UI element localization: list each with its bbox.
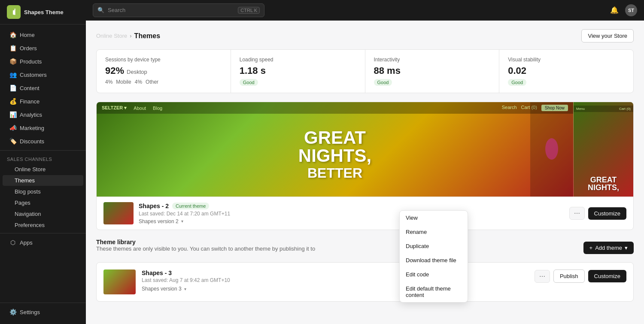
library-theme-thumb [103, 269, 136, 294]
library-section-title-group: Theme library These themes are only visi… [96, 239, 315, 257]
more-actions-button[interactable]: ⋯ [569, 207, 585, 220]
sidebar-item-content[interactable]: 📄 Content [3, 82, 83, 94]
bell-icon: 🔔 [610, 6, 619, 14]
search-bar[interactable]: 🔍 CTRL K [93, 3, 264, 17]
context-menu-edit-code[interactable]: Edit code [400, 267, 468, 282]
stability-badge: Good [508, 79, 526, 86]
sidebar-item-online-store[interactable]: Online Store [3, 164, 83, 175]
divider-3 [0, 303, 86, 303]
context-menu-view[interactable]: View [400, 211, 468, 225]
customize-button[interactable]: Customize [588, 207, 626, 220]
store-name-label: Shapes Theme [24, 9, 64, 15]
sessions-value: 92% Desktop [105, 65, 222, 76]
sidebar-item-navigation-label: Navigation [15, 211, 41, 217]
breadcrumb: Online Store › Themes [96, 32, 160, 40]
products-icon: 📦 [9, 58, 16, 65]
sidebar-item-pages-label: Pages [15, 200, 30, 206]
view-store-button[interactable]: View your Store [581, 29, 634, 42]
sidebar-item-analytics-label: Analytics [20, 112, 42, 118]
view-store-label: View your Store [588, 33, 627, 39]
current-theme-badge: Current theme [172, 203, 209, 209]
stability-sub: Good [508, 79, 625, 86]
library-theme-version: Shapes version 3 [142, 286, 182, 292]
topbar: 🔍 CTRL K 🔔 ST [86, 0, 644, 21]
sidebar-item-pages[interactable]: Pages [3, 197, 83, 208]
library-section: Theme library These themes are only visi… [96, 239, 634, 302]
sidebar-item-finance[interactable]: 💰 Finance [3, 95, 83, 108]
bell-icon-button[interactable]: 🔔 [608, 4, 621, 17]
sidebar-item-orders[interactable]: 📋 Orders [3, 42, 83, 55]
avatar-initials: ST [628, 8, 634, 13]
sidebar-item-content-label: Content [20, 85, 39, 91]
sidebar-item-apps[interactable]: ⬡ Apps [3, 236, 83, 249]
divider-1 [0, 150, 86, 151]
sidebar-item-customers-label: Customers [20, 72, 47, 78]
content-icon: 📄 [9, 85, 16, 91]
current-theme-name: Shapes - 2 [139, 203, 169, 209]
sidebar-item-marketing-label: Marketing [20, 125, 44, 131]
search-icon: 🔍 [97, 7, 104, 13]
loading-value: 1.18 s [240, 65, 356, 76]
stats-row: Sessions by device type 92% Desktop 4% M… [96, 49, 634, 93]
sidebar-item-discounts[interactable]: 🏷️ Discounts [3, 135, 83, 148]
add-icon: + [589, 245, 593, 251]
library-more-button[interactable]: ⋯ [535, 270, 550, 283]
sidebar-item-navigation[interactable]: Navigation [3, 209, 83, 219]
sessions-label: Sessions by device type [105, 57, 222, 63]
sidebar-item-home[interactable]: 🏠 Home [3, 28, 83, 41]
library-theme-card: Shapes - 3 Last saved: Aug 7 at 9:42 am … [96, 262, 634, 302]
loading-badge: Good [240, 79, 258, 86]
library-chevron-icon[interactable]: ▾ [184, 287, 186, 291]
sidebar-item-finance-label: Finance [20, 98, 39, 105]
sidebar-item-blog-posts-label: Blog posts [15, 188, 41, 195]
current-theme-card: SELTZER ▾ About Blog Search Cart (0) Sho… [96, 102, 634, 230]
orders-icon: 📋 [9, 45, 16, 51]
sidebar-item-apps-label: Apps [20, 239, 33, 246]
library-customize-button[interactable]: Customize [588, 270, 626, 282]
loading-label: Loading speed [240, 57, 356, 63]
sidebar-item-discounts-label: Discounts [20, 138, 44, 145]
sidebar-item-themes-label: Themes [15, 177, 35, 184]
marketing-icon: 📣 [9, 124, 16, 131]
page-body: Online Store › Themes View your Store Se… [86, 21, 644, 324]
theme-preview-main: SELTZER ▾ About Blog Search Cart (0) Sho… [97, 102, 573, 197]
stat-stability: Visual stability 0.02 Good [499, 50, 633, 93]
context-menu-download[interactable]: Download theme file [400, 253, 468, 267]
library-theme-details: Shapes - 3 Last saved: Aug 7 at 9:42 am … [142, 269, 529, 292]
sidebar-item-themes[interactable]: Themes [3, 175, 83, 186]
breadcrumb-online-store[interactable]: Online Store [96, 33, 127, 39]
sales-channels-label: Sales channels [0, 153, 86, 164]
avatar[interactable]: ST [625, 4, 637, 16]
chevron-add-icon: ▾ [625, 245, 628, 251]
sidebar-item-blog-posts[interactable]: Blog posts [3, 186, 83, 197]
discounts-icon: 🏷️ [9, 138, 16, 145]
sidebar-item-marketing[interactable]: 📣 Marketing [3, 121, 83, 134]
library-section-title: Theme library [96, 239, 315, 245]
theme-name-row: Shapes - 2 Current theme [139, 203, 564, 209]
sidebar-item-analytics[interactable]: 📊 Analytics [3, 108, 83, 121]
sidebar-item-settings[interactable]: ⚙️ Settings [3, 306, 83, 318]
sidebar-item-preferences[interactable]: Preferences [3, 220, 83, 230]
home-icon: 🏠 [9, 31, 16, 38]
shopify-logo [7, 5, 21, 19]
search-input[interactable] [108, 7, 234, 13]
current-theme-actions: ⋯ Customize [569, 207, 626, 220]
publish-button[interactable]: Publish [553, 269, 585, 283]
library-theme-name: Shapes - 3 [142, 269, 529, 276]
theme-preview-secondary: Menu Cart (0) GREATNIGHTS, [573, 102, 633, 197]
page-title: Themes [134, 32, 160, 40]
add-theme-button[interactable]: + Add theme ▾ [583, 242, 634, 254]
sidebar-item-customers[interactable]: 👥 Customers [3, 68, 83, 81]
chevron-down-icon[interactable]: ▾ [181, 219, 183, 224]
library-desc: These themes are only visible to you. Yo… [96, 245, 315, 252]
context-menu-duplicate[interactable]: Duplicate [400, 239, 468, 253]
library-card-content: Shapes - 3 Last saved: Aug 7 at 9:42 am … [97, 263, 633, 301]
library-section-header: Theme library These themes are only visi… [96, 239, 634, 257]
context-menu-rename[interactable]: Rename [400, 225, 468, 239]
interactivity-badge: Good [374, 79, 392, 86]
sidebar-item-products[interactable]: 📦 Products [3, 55, 83, 68]
context-menu-edit-default[interactable]: Edit default theme content [400, 282, 468, 302]
search-shortcut: CTRL K [238, 7, 260, 14]
add-theme-label: Add theme [595, 245, 622, 251]
interactivity-label: Interactivity [374, 57, 491, 63]
